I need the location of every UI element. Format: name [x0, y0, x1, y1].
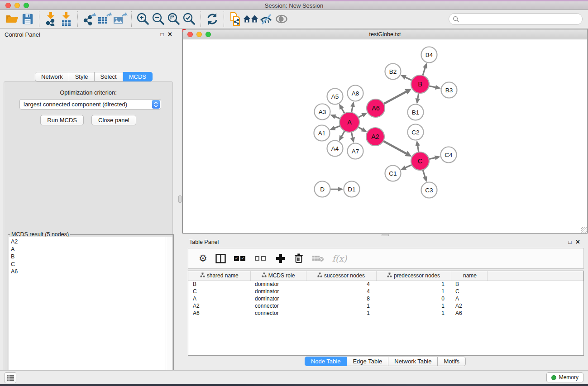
table-cell[interactable]: A6: [188, 310, 250, 317]
attribute-settings-button[interactable]: ⚙: [195, 251, 211, 266]
table-cell[interactable]: A: [451, 295, 487, 302]
table-cell[interactable]: 0: [376, 295, 451, 302]
graph-edge-A-A7[interactable]: [351, 132, 353, 138]
table-cell[interactable]: 1: [376, 288, 451, 295]
deselect-all-columns-button[interactable]: [251, 251, 272, 266]
float-panel-icon[interactable]: □: [160, 32, 163, 37]
run-mcds-button[interactable]: Run MCDS: [40, 115, 84, 125]
close-panel-icon[interactable]: ×: [168, 32, 172, 37]
graph-edge-A-A2[interactable]: [358, 127, 363, 129]
table-row[interactable]: A6connector11A6: [188, 310, 583, 317]
task-history-button[interactable]: [5, 372, 16, 383]
hide-selection-button[interactable]: [258, 11, 274, 27]
table-cell[interactable]: A6: [451, 310, 487, 317]
table-cell[interactable]: C: [451, 288, 487, 295]
graph-edge-A2-C[interactable]: [383, 141, 407, 154]
graph-edge-C-C4[interactable]: [429, 157, 436, 159]
table-cell[interactable]: 4: [306, 281, 376, 288]
import-network-button[interactable]: [43, 11, 58, 27]
tab-mcds[interactable]: MCDS: [123, 72, 153, 81]
show-all-networks-button[interactable]: [243, 11, 258, 27]
mcds-result-item[interactable]: B: [11, 253, 166, 261]
table-row[interactable]: Cdominator41C: [188, 288, 583, 295]
import-table-button[interactable]: [58, 11, 74, 27]
graph-edge-A-A3[interactable]: [335, 117, 340, 119]
refresh-button[interactable]: [205, 11, 220, 27]
column-header-MCDS-role[interactable]: MCDS role: [250, 271, 306, 281]
table-cell[interactable]: connector: [250, 302, 306, 310]
column-header-successor-nodes[interactable]: successor nodes: [306, 271, 376, 281]
mcds-result-item[interactable]: A: [11, 246, 166, 253]
mcds-result-scrollbar[interactable]: [166, 237, 172, 386]
export-table-button[interactable]: [97, 11, 112, 27]
table-cell[interactable]: 1: [376, 310, 451, 317]
criterion-dropdown[interactable]: largest connected component (directed): [19, 99, 161, 110]
close-panel-button[interactable]: Close panel: [91, 115, 136, 125]
graph-edge-B-B3[interactable]: [429, 86, 436, 87]
zoom-fit-button[interactable]: [166, 11, 182, 27]
table-cell[interactable]: 1: [306, 302, 376, 310]
select-all-columns-button[interactable]: ✓✓: [230, 251, 251, 266]
table-cell[interactable]: C: [188, 288, 250, 295]
table-cell[interactable]: dominator: [250, 288, 306, 295]
graph-edge-C-C2[interactable]: [418, 145, 419, 152]
tab-network-table[interactable]: Network Table: [388, 357, 438, 366]
export-network-button[interactable]: [81, 11, 97, 27]
toolbar-search[interactable]: [449, 13, 583, 25]
column-header-shared-name[interactable]: shared name: [188, 271, 250, 281]
tab-style[interactable]: Style: [69, 72, 95, 81]
delete-column-button[interactable]: [290, 251, 308, 266]
table-cell[interactable]: dominator: [250, 295, 306, 302]
memory-button[interactable]: Memory: [546, 372, 583, 382]
table-cell[interactable]: 1: [376, 302, 451, 310]
zoom-in-button[interactable]: [135, 11, 151, 27]
tab-node-table[interactable]: Node Table: [305, 357, 347, 366]
column-header-predecessor-nodes[interactable]: predecessor nodes: [376, 271, 451, 281]
zoom-out-button[interactable]: [151, 11, 166, 27]
table-cell[interactable]: 1: [306, 310, 376, 317]
float-panel-icon[interactable]: □: [568, 239, 571, 245]
export-image-button[interactable]: [112, 11, 128, 27]
graph-edge-C-C1[interactable]: [405, 165, 412, 168]
table-cell[interactable]: connector: [250, 310, 306, 317]
function-builder-button[interactable]: f(x): [328, 251, 351, 266]
graph-edge-B-B1[interactable]: [418, 93, 419, 99]
table-cell[interactable]: 8: [306, 295, 376, 302]
table-cell[interactable]: 1: [376, 281, 451, 288]
graph-edge-C-C3[interactable]: [423, 170, 425, 177]
mcds-result-item[interactable]: A6: [11, 268, 166, 276]
tab-network[interactable]: Network: [35, 72, 69, 81]
graph-edge-B-B2[interactable]: [405, 77, 412, 81]
graph-edge-A-A4[interactable]: [341, 131, 344, 137]
table-cell[interactable]: A: [188, 295, 250, 302]
graph-edge-A-A6[interactable]: [358, 115, 363, 117]
create-column-button[interactable]: [272, 251, 290, 266]
window-resize-grip[interactable]: [581, 227, 587, 233]
table-row[interactable]: Adominator80A: [188, 295, 583, 302]
graph-edge-B-B4[interactable]: [423, 67, 425, 76]
clone-network-button[interactable]: [228, 11, 243, 27]
graph-edge-A-A5[interactable]: [342, 108, 345, 114]
save-session-button[interactable]: [20, 11, 35, 27]
graph-edge-A-A8[interactable]: [351, 106, 353, 112]
tab-motifs[interactable]: Motifs: [438, 357, 466, 366]
table-row[interactable]: A2connector11A2: [188, 302, 583, 310]
network-canvas[interactable]: B4B2BB3A5A8A6B1A3AC2A1A2A4A7CC4C1C3DD1: [183, 39, 587, 233]
mcds-result-item[interactable]: C: [11, 261, 166, 268]
tab-select[interactable]: Select: [95, 72, 123, 81]
node-table[interactable]: shared nameMCDS rolesuccessor nodesprede…: [188, 271, 584, 356]
table-cell[interactable]: A2: [188, 302, 250, 310]
table-cell[interactable]: B: [451, 281, 487, 288]
open-file-button[interactable]: [5, 11, 20, 27]
table-cell[interactable]: B: [188, 281, 250, 288]
table-cell[interactable]: 4: [306, 288, 376, 295]
graph-edge-A-A1[interactable]: [335, 126, 340, 128]
close-panel-icon[interactable]: ×: [576, 239, 580, 245]
tab-edge-table[interactable]: Edge Table: [347, 357, 388, 366]
graph-edge-A6-B[interactable]: [384, 91, 407, 104]
table-row[interactable]: Bdominator41B: [188, 281, 583, 288]
show-selection-button[interactable]: [274, 11, 289, 27]
zoom-selected-button[interactable]: [182, 11, 197, 27]
table-cell[interactable]: dominator: [250, 281, 306, 288]
delete-table-button[interactable]: [308, 251, 328, 266]
